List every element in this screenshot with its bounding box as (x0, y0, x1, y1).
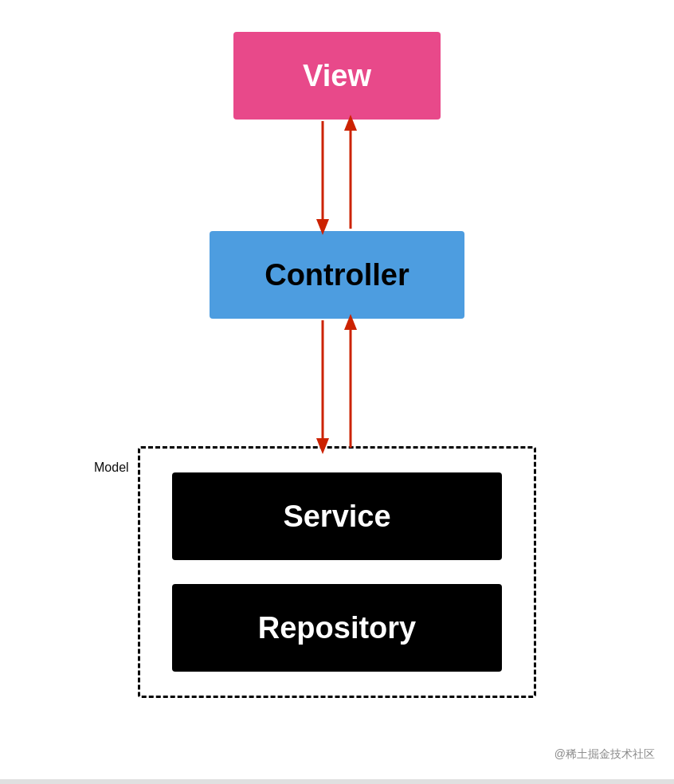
model-dashed-box: Service Repository (138, 446, 536, 698)
view-label: View (303, 59, 371, 93)
diagram-container: View Controller Model Service Repository… (0, 0, 674, 784)
repository-label: Repository (258, 611, 416, 645)
repository-box: Repository (172, 584, 502, 672)
watermark: @稀土掘金技术社区 (554, 747, 655, 762)
controller-label: Controller (265, 258, 409, 292)
controller-box: Controller (210, 231, 464, 319)
model-container: Model Service Repository (138, 446, 536, 698)
view-box: View (233, 32, 441, 120)
model-label: Model (94, 461, 129, 475)
service-box: Service (172, 472, 502, 560)
service-label: Service (283, 500, 390, 534)
bottom-border (0, 779, 674, 784)
